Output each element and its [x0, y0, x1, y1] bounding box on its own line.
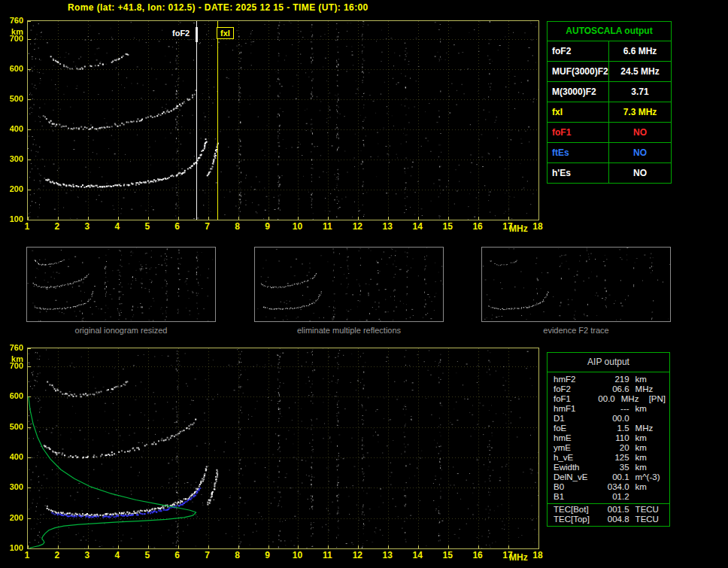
- aip-param: foF1: [548, 394, 591, 404]
- autoscala-value: 24.5 MHz: [609, 62, 671, 81]
- thumbnail-caption-eliminate: eliminate multiple reflections: [254, 326, 444, 335]
- x-axis-unit: MHz: [509, 552, 528, 563]
- x-tick-label: 5: [139, 222, 156, 231]
- aip-row: B101.2: [548, 492, 669, 502]
- autoscala-row: M(3000)F23.71: [548, 82, 671, 102]
- x-tick-label: 4: [109, 551, 126, 560]
- y-tick-label: 600: [0, 64, 23, 73]
- x-tick-label: 1: [19, 551, 35, 560]
- x-tick-label: 10: [289, 222, 305, 231]
- x-tick-label: 14: [409, 222, 426, 231]
- autoscala-param: MUF(3000)F2: [548, 62, 609, 81]
- aip-row: foF100.0MHz[PN]: [548, 394, 669, 404]
- x-tick-label: 8: [229, 551, 246, 560]
- aip-row: TEC[Bot]001.5TECU: [548, 505, 669, 515]
- aip-tec-rows: TEC[Bot]001.5TECUTEC[Top]004.8TECU: [548, 505, 669, 524]
- aip-value: 219: [599, 375, 629, 384]
- aip-output-panel: AIP output hmF2219kmfoF206.6MHzfoF100.0M…: [547, 352, 670, 527]
- aip-value: 125: [599, 453, 629, 463]
- foF2-marker-label: foF2: [169, 27, 193, 39]
- thumbnail-evidence-canvas: [482, 248, 670, 321]
- x-tick-label: 3: [79, 551, 96, 560]
- autoscala-param: M(3000)F2: [548, 82, 609, 102]
- aip-row: DelN_vE00.1m^(-3): [548, 472, 669, 482]
- x-tick-label: 15: [439, 551, 456, 560]
- aip-row: hmF1---km: [548, 404, 669, 414]
- thumbnail-eliminate-canvas: [255, 248, 443, 321]
- autoscala-row: foF1NO: [548, 123, 671, 143]
- x-axis-unit: MHz: [509, 223, 528, 234]
- autoscala-value: 3.71: [609, 82, 671, 102]
- top-ionogram-plot: [27, 20, 539, 220]
- aip-param: foF2: [548, 384, 599, 394]
- x-tick-label: 5: [139, 551, 156, 560]
- autoscala-value: NO: [609, 143, 671, 163]
- y-axis-unit: km: [0, 354, 23, 363]
- x-tick-label: 14: [409, 551, 426, 560]
- aip-param: foE: [548, 424, 599, 433]
- autoscala-param: fxI: [548, 102, 609, 122]
- aip-param: D1: [548, 414, 599, 424]
- autoscala-param: foF2: [548, 41, 609, 61]
- y-tick-label: 400: [0, 124, 23, 133]
- aip-value: 01.2: [599, 492, 629, 502]
- aip-param: B0: [548, 482, 599, 492]
- x-tick-label: 11: [319, 222, 335, 231]
- y-tick-label: 600: [0, 391, 23, 400]
- x-tick-label: 6: [169, 222, 186, 231]
- x-tick-label: 16: [469, 551, 486, 560]
- aip-value: 06.6: [599, 384, 629, 394]
- aip-divider: [548, 503, 669, 504]
- aip-unit: MHz: [629, 384, 669, 394]
- thumbnail-original-canvas: [27, 248, 215, 321]
- aip-value: 004.8: [599, 515, 629, 524]
- y-tick-label: 400: [0, 452, 23, 461]
- x-tick-label: 2: [49, 222, 65, 231]
- x-tick-label: 18: [529, 551, 546, 560]
- aip-row: foE1.5MHz: [548, 424, 669, 433]
- aip-row: TEC[Top]004.8TECU: [548, 515, 669, 524]
- thumbnail-evidence-f2: [481, 247, 671, 322]
- autoscala-table-rows: foF26.6 MHzMUF(3000)F224.5 MHzM(3000)F23…: [548, 41, 671, 183]
- x-tick-label: 18: [529, 222, 546, 231]
- x-tick-label: 1: [19, 222, 35, 231]
- y-tick-label: 200: [0, 184, 23, 193]
- aip-row: D100.0: [548, 414, 669, 424]
- thumbnail-caption-original: original ionogram resized: [26, 326, 216, 335]
- fxI-marker-label: fxI: [217, 27, 234, 39]
- x-tick-label: 7: [199, 551, 216, 560]
- aip-param: TEC[Top]: [548, 515, 599, 524]
- aip-row: Ewidth35km: [548, 463, 669, 472]
- aip-value: 20: [599, 443, 629, 453]
- autoscala-table-title: AUTOSCALA output: [548, 22, 671, 41]
- autoscala-row: h'EsNO: [548, 163, 671, 183]
- aip-unit: km: [629, 453, 669, 463]
- autoscala-output-table: AUTOSCALA output foF26.6 MHzMUF(3000)F22…: [547, 21, 672, 184]
- x-tick-label: 13: [379, 551, 396, 560]
- autoscala-row: MUF(3000)F224.5 MHz: [548, 62, 671, 82]
- autoscala-row: ftEsNO: [548, 143, 671, 163]
- x-tick-label: 3: [79, 222, 96, 231]
- aip-row: foF206.6MHz: [548, 384, 669, 394]
- x-tick-label: 15: [439, 222, 456, 231]
- x-tick-label: 16: [469, 222, 486, 231]
- x-tick-label: 2: [49, 551, 65, 560]
- autoscala-row: fxI7.3 MHz: [548, 102, 671, 123]
- aip-param: B1: [548, 492, 599, 502]
- y-tick-label: 300: [0, 482, 23, 491]
- aip-value: 00.1: [599, 472, 629, 482]
- aip-value: 034.0: [599, 482, 629, 492]
- y-tick-label: 200: [0, 513, 23, 522]
- aip-unit: km: [629, 482, 669, 492]
- aip-panel-title: AIP output: [548, 353, 669, 372]
- top-ionogram-canvas: [28, 21, 538, 220]
- thumbnail-original-ionogram: [26, 247, 216, 322]
- x-tick-label: 7: [199, 222, 216, 231]
- bottom-ionogram-canvas: [28, 348, 538, 548]
- x-tick-label: 10: [289, 551, 305, 560]
- aip-row: h_vE125km: [548, 453, 669, 463]
- autoscala-row: foF26.6 MHz: [548, 41, 671, 62]
- aip-value: 00.0: [591, 394, 615, 404]
- thumbnail-caption-evidence: evidence F2 trace: [481, 326, 671, 335]
- x-tick-label: 9: [259, 222, 276, 231]
